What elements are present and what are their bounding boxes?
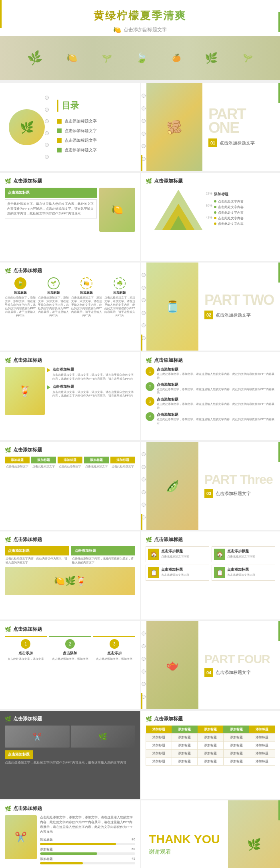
th-5: 添加标题 <box>249 726 275 734</box>
icon-desc-1: 点击此处添加文字，添加文字，添加文字。请在这里输入您的文字内容，此处的文字内容仅… <box>5 296 36 318</box>
toc-heading: 目录 <box>57 100 131 112</box>
accent-bottom-left-2 <box>141 335 142 351</box>
thankyou-title: THANK YOU <box>149 833 220 845</box>
section-header-9r: 🌿 点击添加标题 <box>146 716 275 722</box>
p4-ring-4 <box>142 670 146 674</box>
part-label: PART ONE <box>208 107 274 134</box>
legend-dot-5 <box>214 223 216 225</box>
pyramid-chart: 22% 36% 42% <box>146 188 211 232</box>
icon-title-3: 添加标题 <box>80 291 93 295</box>
pct-1: 22% <box>206 192 212 195</box>
icon-desc-4: 点击此处添加文字，添加文字，添加文字。请在这里输入您的文字内容，此处的文字内容仅… <box>104 296 135 318</box>
toc-dot-3 <box>57 138 62 143</box>
content-text-slide: 🌿 点击添加标题 点击添加标题 点击此处添加文字。请在这里输入您的文字内容，此处… <box>0 173 140 261</box>
ring-3 <box>45 119 49 123</box>
section-title-7r: 点击添加标题 <box>154 536 183 543</box>
icard-icon-2: 🏠 <box>214 549 225 560</box>
icard-desc-1: 点击此处添加文字内容 <box>161 555 189 558</box>
arrow-2 <box>47 385 50 389</box>
thankyou-slide: THANK YOU 谢谢观看 🌿 <box>140 800 280 868</box>
slide-row-10: 🌿 点击添加标题 ✂️ 点击此处添加文字，添加文字，添加文字。请在这里输入您的文… <box>0 800 280 868</box>
td-1-4: 添加标题 <box>223 734 249 742</box>
thankyou-text: THANK YOU 谢谢观看 <box>141 800 228 868</box>
subtitle-row: 🍋 点击添加副标题文字 <box>113 26 167 34</box>
legend-dot-1 <box>214 200 216 202</box>
ring-1 <box>45 96 49 100</box>
slide-row-7: 🌿 点击添加标题 点击添加标题 点击此处添加文字内容，此处内容仅作为展示，请输入… <box>0 531 280 619</box>
circle-title-1: 点击添加标题 <box>157 367 275 372</box>
section-title-8l: 点击添加标题 <box>13 626 42 633</box>
part-ring-4 <box>142 132 146 136</box>
flow-1: 添加标题 点击此处添加文字 <box>5 457 30 468</box>
accent-right <box>278 12 280 32</box>
arrow-text-1: 点击添加标题 点击此处添加文字，添加文字，添加文字。请在这里输入您的文字内容，此… <box>52 367 135 381</box>
text-area: 点击添加标题 点击此处添加文字。请在这里输入您的文字内容，此处的文字内容仅作为P… <box>5 188 97 232</box>
part-ring-2 <box>142 106 146 110</box>
arrow-title-1: 点击添加标题 <box>52 367 135 372</box>
col-1: 1 点击添加 点击此处添加文字，添加文字 <box>5 636 47 664</box>
p3-ring-1 <box>142 452 146 456</box>
section-header-10l: 🌿 点击添加标题 <box>5 805 135 812</box>
section-title-7l: 点击添加标题 <box>13 536 42 543</box>
rings <box>45 88 50 166</box>
toc-item-3: 点击添加标题文字 <box>57 138 131 143</box>
leaf-icon-7l: 🌿 <box>5 537 11 543</box>
td-2-1: 添加标题 <box>146 742 172 750</box>
flow-title-4: 添加标题 <box>84 457 109 463</box>
pyramid-area: 22% 36% 42% <box>154 190 202 230</box>
icard-desc-2: 点击此处添加文字内容 <box>227 555 255 558</box>
icon-desc-3: 点击此处添加文字，添加文字，添加文字。请在这里输入您的文字内容，此处的文字内容仅… <box>71 296 102 318</box>
section-title-4l: 点击添加标题 <box>13 267 42 274</box>
col-title-2: 点击添加 <box>52 651 89 656</box>
leaf-icon-10l: 🌿 <box>5 806 11 812</box>
part-ring-3 <box>142 119 146 123</box>
section-header-5r: 🌿 点击添加标题 <box>146 357 275 364</box>
toc-slide: 🌿 目录 点击添加标题文字 <box>0 83 140 171</box>
part3-img-icon: 🫛 <box>166 479 180 493</box>
td-3-1: 添加标题 <box>146 750 172 758</box>
box-body: 点击此处添加文字。请在这里输入您的文字内容，此处的文字内容仅作为PPT内容展示，… <box>5 199 97 219</box>
progress-image: ✂️ <box>5 815 37 866</box>
icon-card-1: 🏠 点击添加标题 点击此处添加文字内容 <box>146 546 209 562</box>
flow-title-5: 添加标题 <box>110 457 135 463</box>
part-image-icon: 🫚 <box>166 120 182 135</box>
part3-image: 🫛 <box>146 442 198 530</box>
pbar-label-3: 添加标题 45 <box>40 857 135 861</box>
box-title: 点击添加标题 <box>5 188 97 198</box>
td-4-2: 添加标题 <box>172 758 198 766</box>
circle-items-slide: 🌿 点击添加标题 1 点击添加标题 点击此处添加文字，添加文字。请在这里输入您的… <box>140 352 280 440</box>
part2-num-label: 点击添加标题文字 <box>216 312 251 318</box>
arrow-1 <box>47 368 50 372</box>
flow-2: 添加标题 点击此处添加文字 <box>31 457 56 468</box>
circle-content-3: 点击添加标题 点击此处添加文字，添加文字。请在这里输入您的文字内容，此处的文字内… <box>157 397 275 410</box>
part3-label: PART Three <box>204 474 274 485</box>
thankyou-image: 🌿 <box>228 800 280 868</box>
part4-label: PART FOUR <box>204 654 274 664</box>
leaf-icon-5r: 🌿 <box>146 357 152 363</box>
progress-img: ✂️ <box>5 815 37 859</box>
table-header-row: 添加标题 添加标题 添加标题 添加标题 添加标题 <box>146 726 275 734</box>
part3-num-badge: 03 <box>204 489 213 498</box>
icard-desc-4: 点击此处添加文字内容 <box>227 573 255 577</box>
part-four-slide: 🫖 PART FOUR 04 点击添加标题文字 <box>140 621 280 709</box>
arrow-desc-1: 点击此处添加文字，添加文字，添加文字。请在这里输入您的文字内容，此处的文字内容仅… <box>52 373 135 381</box>
th-3: 添加标题 <box>198 726 224 734</box>
photo-1: ✂️ <box>5 726 70 748</box>
leaf-icon-3l: 🌿 <box>5 178 11 184</box>
pbar-track-2 <box>40 852 135 855</box>
herb-1: 🌱 <box>100 52 112 64</box>
td-1-2: 添加标题 <box>172 734 198 742</box>
three-cols: 1 点击添加 点击此处添加文字，添加文字 2 点击添加 点击此处添加文字，添加文… <box>5 636 135 664</box>
col-desc-2: 点击此处添加文字，添加文字 <box>52 657 89 661</box>
td-4-4: 添加标题 <box>223 758 249 766</box>
p4-ring-5 <box>142 682 146 686</box>
circle-4: 4 <box>146 412 154 421</box>
legend-dot-3 <box>214 211 216 214</box>
circle-2: 2 <box>146 382 154 391</box>
leaf-icon-4l: 🌿 <box>5 268 11 274</box>
section-title-9l: 点击添加标题 <box>13 716 42 722</box>
col-desc-1: 点击此处添加文字，添加文字 <box>7 657 44 661</box>
hcard-desc-1: 点击此处添加文字内容，此处内容仅作为展示，请输入您的内容文字 <box>5 557 69 565</box>
table-row-4: 添加标题 添加标题 添加标题 添加标题 添加标题 <box>146 758 275 766</box>
col-icon-2: 2 <box>65 639 75 649</box>
